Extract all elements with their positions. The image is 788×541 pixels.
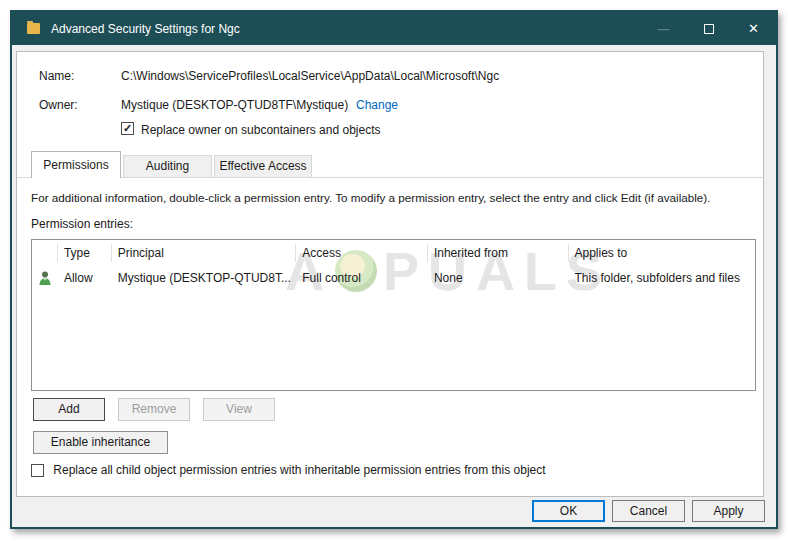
maximize-button[interactable] [686, 12, 731, 45]
window-title: Advanced Security Settings for Ngc [51, 22, 240, 36]
column-type[interactable]: Type [58, 244, 112, 262]
column-icon[interactable] [32, 244, 58, 262]
titlebar[interactable]: Advanced Security Settings for Ngc — ✕ [12, 12, 776, 45]
row-applies-to: This folder, subfolders and files [569, 271, 755, 285]
enable-inheritance-button[interactable]: Enable inheritance [33, 431, 168, 454]
tab-auditing[interactable]: Auditing [123, 155, 212, 177]
table-row[interactable]: Allow Mystique (DESKTOP-QTUD8T... Full c… [32, 266, 755, 290]
column-applies-to[interactable]: Applies to [569, 244, 755, 262]
replace-child-checkbox[interactable] [31, 464, 44, 477]
tab-pane-border [17, 177, 763, 178]
owner-label: Owner: [39, 98, 78, 112]
minimize-icon: — [658, 22, 670, 36]
owner-value: Mystique (DESKTOP-QTUD8TF\Mystique) [121, 98, 348, 112]
name-value: C:\Windows\ServiceProfiles\LocalService\… [121, 69, 499, 83]
remove-button[interactable]: Remove [118, 398, 190, 421]
table-header: Type Principal Access Inherited from App… [32, 240, 755, 266]
advanced-security-settings-dialog: Advanced Security Settings for Ngc — ✕ N… [10, 10, 778, 529]
ok-button[interactable]: OK [532, 500, 605, 522]
dialog-body: Name: C:\Windows\ServiceProfiles\LocalSe… [12, 45, 776, 527]
row-icon-cell [32, 270, 58, 286]
row-access: Full control [296, 271, 428, 285]
replace-owner-checkbox[interactable]: ✓ [121, 122, 134, 135]
maximize-icon [704, 24, 714, 34]
name-label: Name: [39, 69, 74, 83]
window-controls: — ✕ [641, 12, 776, 45]
close-button[interactable]: ✕ [731, 12, 776, 45]
minimize-button[interactable]: — [641, 12, 686, 45]
info-text: For additional information, double-click… [31, 191, 710, 204]
close-icon: ✕ [748, 21, 759, 36]
security-folder-icon [27, 23, 40, 34]
column-access[interactable]: Access [296, 244, 428, 262]
user-icon [37, 270, 53, 286]
add-button[interactable]: Add [33, 398, 105, 421]
change-owner-link[interactable]: Change [356, 98, 398, 112]
replace-owner-label: Replace owner on subcontainers and objec… [141, 123, 380, 137]
view-button[interactable]: View [203, 398, 275, 421]
permission-entries-label: Permission entries: [31, 217, 133, 231]
apply-button[interactable]: Apply [692, 500, 765, 522]
row-inherited-from: None [428, 271, 569, 285]
row-type: Allow [58, 271, 112, 285]
column-principal[interactable]: Principal [112, 244, 296, 262]
cancel-button[interactable]: Cancel [612, 500, 685, 522]
replace-child-label: Replace all child object permission entr… [53, 463, 545, 477]
tab-effective-access[interactable]: Effective Access [214, 155, 312, 177]
content-panel: Name: C:\Windows\ServiceProfiles\LocalSe… [16, 51, 764, 497]
permission-entries-table[interactable]: Type Principal Access Inherited from App… [31, 239, 756, 391]
column-inherited-from[interactable]: Inherited from [428, 244, 569, 262]
row-principal: Mystique (DESKTOP-QTUD8T... [112, 271, 296, 285]
tab-permissions[interactable]: Permissions [31, 151, 121, 178]
replace-child-row: Replace all child object permission entr… [31, 463, 546, 477]
